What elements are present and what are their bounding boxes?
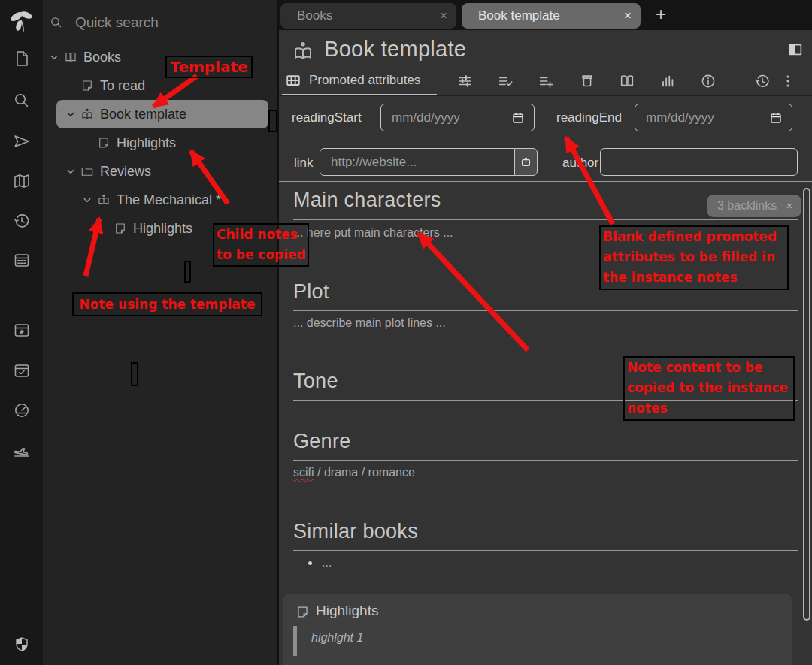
- note-tree-panel: Books To read Book template Highlights R: [43, 0, 277, 665]
- bar-chart-icon[interactable]: [659, 73, 676, 89]
- app-window: Books To read Book template Highlights R: [0, 0, 812, 665]
- reading-start-date-input[interactable]: mm/dd/yyyy: [380, 104, 535, 131]
- section-body-genre[interactable]: scifi / drama / romance: [293, 466, 415, 479]
- quick-search[interactable]: [47, 8, 272, 38]
- calendar-icon[interactable]: [511, 111, 525, 125]
- tree-item-label: Highlights: [133, 221, 192, 237]
- date-placeholder: mm/dd/yyyy: [646, 110, 769, 125]
- chevron-down-icon[interactable]: [64, 107, 80, 121]
- archive-icon[interactable]: [579, 73, 595, 89]
- book-reader-icon: [80, 107, 94, 121]
- new-note-icon[interactable]: [13, 50, 31, 68]
- annotation-note-using-template: Note using the template: [72, 292, 262, 316]
- tree-item-label: Book template: [100, 107, 186, 122]
- split-pane-icon[interactable]: [787, 41, 804, 58]
- section-body-main-characters[interactable]: ... here put main characters ...: [293, 226, 453, 240]
- book-reader-icon: [97, 193, 111, 207]
- chevron-down-icon[interactable]: [47, 50, 64, 64]
- tree-item-book-template[interactable]: Book template: [56, 100, 268, 128]
- reading-start-label: readingStart: [292, 110, 362, 125]
- active-tab-underline: [282, 94, 437, 95]
- heading-rule: [293, 310, 798, 311]
- list-bullet: [308, 561, 312, 565]
- ribbon-tab-label: Promoted attributes: [309, 73, 420, 88]
- scrollbar-thumb[interactable]: [803, 188, 810, 621]
- open-link-button[interactable]: [514, 148, 538, 176]
- tab-book-template[interactable]: Book template ×: [462, 3, 641, 29]
- ribbon-bar: Promoted attributes: [279, 66, 812, 96]
- section-body-plot[interactable]: ... describe main plot lines ...: [293, 316, 446, 330]
- info-circle-icon[interactable]: [700, 73, 717, 89]
- more-menu-icon[interactable]: [780, 73, 796, 89]
- tasks-icon[interactable]: [13, 361, 31, 379]
- trilium-logo-icon[interactable]: [8, 9, 34, 35]
- tab-promoted-attributes[interactable]: Promoted attributes: [282, 66, 420, 95]
- recent-changes-icon[interactable]: [13, 212, 31, 230]
- list-check-icon[interactable]: [497, 73, 514, 89]
- annotation-template: Template: [165, 56, 253, 78]
- revisions-history-icon[interactable]: [754, 73, 771, 89]
- search-icon: [50, 16, 63, 29]
- launcher-bar: [0, 0, 43, 665]
- note-icon: [97, 136, 111, 150]
- tree-item-label: To read: [100, 78, 145, 94]
- tab-label: Books: [280, 8, 431, 23]
- author-label: author: [562, 156, 598, 171]
- close-icon[interactable]: ×: [786, 200, 792, 212]
- reading-end-label: readingEnd: [556, 110, 622, 125]
- stray-annotation-mark: [131, 362, 138, 386]
- calendar-icon[interactable]: [769, 111, 783, 125]
- section-heading-genre: Genre: [293, 430, 351, 453]
- list-plus-icon[interactable]: [538, 73, 554, 89]
- chevron-down-icon[interactable]: [80, 193, 97, 207]
- misspelled-word: scifi: [293, 466, 314, 479]
- note-detail-panel: Books × Book template × + Book template …: [277, 0, 812, 665]
- book-reader-icon: [292, 40, 314, 62]
- section-heading-tone: Tone: [293, 370, 338, 393]
- link-label: link: [294, 156, 314, 171]
- chevron-down-icon[interactable]: [64, 165, 80, 178]
- child-note-title[interactable]: Highlights: [316, 603, 378, 619]
- note-title[interactable]: Book template: [324, 37, 466, 62]
- link-url-input[interactable]: http://website...: [320, 148, 515, 176]
- tab-books[interactable]: Books ×: [280, 3, 456, 29]
- tab-bar: Books × Book template × +: [279, 0, 812, 30]
- calendar-icon[interactable]: [13, 251, 31, 269]
- reading-end-date-input[interactable]: mm/dd/yyyy: [635, 104, 792, 131]
- tree-item-highlights[interactable]: Highlights: [43, 128, 277, 157]
- close-icon[interactable]: ×: [615, 8, 641, 23]
- blockquote-bar: [293, 626, 297, 656]
- author-text-input[interactable]: [600, 148, 798, 176]
- tree-item-label: Highlights: [117, 135, 176, 151]
- note-icon: [80, 79, 94, 92]
- travel-icon[interactable]: [13, 441, 31, 459]
- stray-annotation-mark: [268, 110, 277, 132]
- tree-item-label: The Mechanical *: [117, 192, 221, 208]
- note-map-icon[interactable]: [13, 172, 31, 190]
- new-tab-button[interactable]: +: [650, 5, 671, 26]
- book-open-icon[interactable]: [619, 73, 635, 89]
- tree-item-the-mechanical[interactable]: The Mechanical *: [43, 186, 277, 214]
- quick-search-input[interactable]: [74, 14, 272, 32]
- section-heading-main-characters: Main characters: [293, 189, 441, 212]
- close-icon[interactable]: ×: [431, 8, 456, 23]
- backlinks-badge[interactable]: 3 backlinks ×: [707, 195, 801, 217]
- protected-session-icon[interactable]: [13, 636, 31, 654]
- blockquote-text[interactable]: highlght 1: [311, 631, 363, 645]
- heading-rule: [293, 219, 798, 220]
- section-heading-plot: Plot: [293, 280, 329, 304]
- tree-item-reviews[interactable]: Reviews: [43, 157, 277, 186]
- url-placeholder: http://website...: [331, 155, 514, 170]
- annotation-note-content: Note content to be copied to the instanc…: [623, 356, 795, 421]
- child-note-card[interactable]: Highlights highlght 1: [283, 594, 792, 665]
- annotation-child-notes: Child notes to be copied: [213, 223, 309, 267]
- jump-to-note-icon[interactable]: [13, 132, 31, 150]
- today-icon[interactable]: [13, 321, 31, 339]
- heading-rule: [293, 550, 798, 551]
- sliders-icon[interactable]: [456, 73, 473, 89]
- note-icon: [114, 222, 127, 235]
- tree-item-label: Books: [83, 50, 121, 65]
- dashboard-icon[interactable]: [13, 401, 31, 419]
- search-icon[interactable]: [13, 92, 31, 110]
- list-item[interactable]: ...: [322, 556, 332, 570]
